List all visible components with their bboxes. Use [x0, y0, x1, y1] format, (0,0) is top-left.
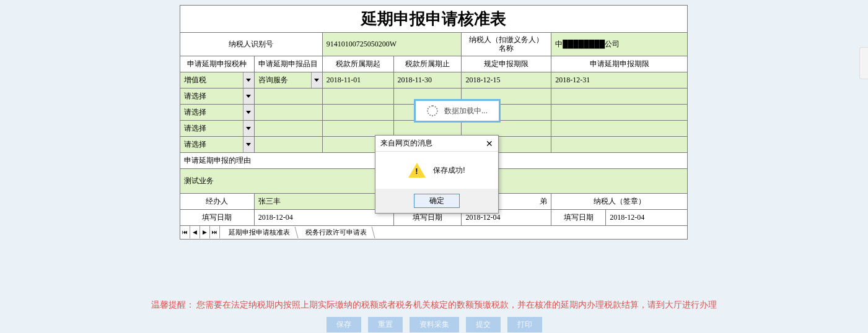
submit-button[interactable]: 提交 [466, 317, 501, 332]
nav-next-icon[interactable]: ▶ [200, 226, 210, 238]
spinner-icon [427, 105, 438, 116]
period-start-cell[interactable] [322, 120, 393, 136]
period-start-cell[interactable] [322, 104, 393, 120]
message-dialog: 来自网页的消息 ✕ 保存成功! 确定 [375, 135, 499, 214]
tax-type-select[interactable]: 请选择 [180, 136, 255, 152]
fill-date-3-wrap: 填写日期 2018-12-04 [551, 209, 688, 225]
chevron-down-icon[interactable] [243, 105, 254, 120]
tax-item-cell[interactable] [254, 136, 322, 152]
form-title: 延期申报申请核准表 [180, 5, 688, 32]
tax-item-cell[interactable] [254, 120, 322, 136]
extended-deadline-cell[interactable]: 2018-12-31 [551, 72, 688, 88]
operator-value[interactable]: 张三丰 [254, 193, 393, 209]
deadline-cell [462, 120, 551, 136]
fill-date-label-3: 填写日期 [551, 210, 606, 225]
taxpayer-name-label: 纳税人（扣缴义务人）名称 [462, 33, 551, 56]
chevron-down-icon[interactable] [243, 121, 254, 136]
period-end-cell[interactable] [393, 120, 462, 136]
header-deadline: 规定申报期限 [462, 56, 551, 72]
side-tab-handle[interactable] [859, 47, 868, 79]
extended-deadline-cell[interactable] [551, 104, 688, 120]
extended-deadline-cell[interactable] [551, 88, 688, 104]
data-row: 增值税 咨询服务 2018-11-01 2018-11-30 2018-12-1… [180, 72, 688, 88]
loading-text: 数据加载中... [444, 106, 488, 116]
extended-deadline-cell[interactable] [551, 136, 688, 152]
tax-type-select[interactable]: 增值税 [180, 72, 255, 88]
collect-button[interactable]: 资料采集 [410, 317, 459, 332]
dialog-header: 来自网页的消息 ✕ [375, 136, 498, 152]
chevron-down-icon[interactable] [311, 72, 322, 88]
bottom-toolbar: 保存 重置 资料采集 提交 打印 [0, 317, 868, 332]
nav-prev-icon[interactable]: ◀ [190, 226, 200, 238]
dialog-message: 保存成功! [433, 165, 465, 176]
period-end-cell[interactable]: 2018-11-30 [393, 72, 462, 88]
period-start-cell[interactable] [322, 88, 393, 104]
data-row: 请选择 [180, 120, 688, 136]
dialog-footer: 确定 [375, 189, 498, 213]
tab-approval-form[interactable]: 延期申报申请核准表 [221, 227, 298, 238]
warning-icon [408, 163, 426, 178]
loading-indicator: 数据加载中... [414, 99, 501, 123]
dialog-title: 来自网页的消息 [380, 138, 432, 149]
fill-date-3: 2018-12-04 [606, 210, 687, 225]
tax-item-select[interactable]: 咨询服务 [254, 72, 322, 88]
header-period-end: 税款所属期止 [393, 56, 462, 72]
fill-date-1: 2018-12-04 [254, 209, 393, 225]
tax-type-select[interactable]: 请选择 [180, 120, 255, 136]
reminder-text: 您需要在法定纳税期内按照上期实际缴纳的税额或者税务机关核定的数额预缴税款，并在核… [196, 300, 717, 309]
tab-strip: ⏮ ◀ ▶ ⏭ 延期申报申请核准表 税务行政许可申请表 [180, 226, 688, 240]
taxpayer-name-value: 中████████公司 [551, 33, 688, 56]
operator-label: 经办人 [180, 193, 255, 209]
taxpayer-sign-label: 纳税人（签章） [551, 193, 688, 209]
header-extended-deadline: 申请延期申报期限 [551, 56, 688, 72]
reset-button[interactable]: 重置 [368, 317, 403, 332]
tax-type-select[interactable]: 请选择 [180, 88, 255, 104]
chevron-down-icon[interactable] [243, 137, 254, 152]
print-button[interactable]: 打印 [507, 317, 542, 332]
period-start-cell[interactable]: 2018-11-01 [322, 72, 393, 88]
taxpayer-id-label: 纳税人识别号 [180, 33, 323, 56]
reminder-label: 温馨提醒： [151, 300, 195, 309]
tab-license-form[interactable]: 税务行政许可申请表 [297, 227, 375, 238]
dialog-body: 保存成功! [375, 152, 498, 189]
nav-last-icon[interactable]: ⏭ [210, 226, 220, 238]
tax-type-select[interactable]: 请选择 [180, 104, 255, 120]
header-tax-item: 申请延期申报品目 [254, 56, 322, 72]
header-tax-type: 申请延期申报税种 [180, 56, 255, 72]
close-icon[interactable]: ✕ [486, 139, 493, 149]
chevron-down-icon[interactable] [243, 89, 254, 104]
ok-button[interactable]: 确定 [414, 194, 460, 208]
extended-deadline-cell[interactable] [551, 120, 688, 136]
header-period-start: 税款所属期起 [322, 56, 393, 72]
nav-first-icon[interactable]: ⏮ [180, 226, 190, 238]
chevron-down-icon[interactable] [243, 72, 254, 88]
save-button[interactable]: 保存 [327, 317, 361, 332]
tax-item-cell[interactable] [254, 88, 322, 104]
deadline-cell: 2018-12-15 [462, 72, 551, 88]
tax-item-cell[interactable] [254, 104, 322, 120]
fill-date-label-1: 填写日期 [180, 209, 255, 225]
reminder: 温馨提醒： 您需要在法定纳税期内按照上期实际缴纳的税额或者税务机关核定的数额预缴… [0, 300, 868, 311]
taxpayer-id-value: 91410100725050200W [322, 33, 462, 56]
